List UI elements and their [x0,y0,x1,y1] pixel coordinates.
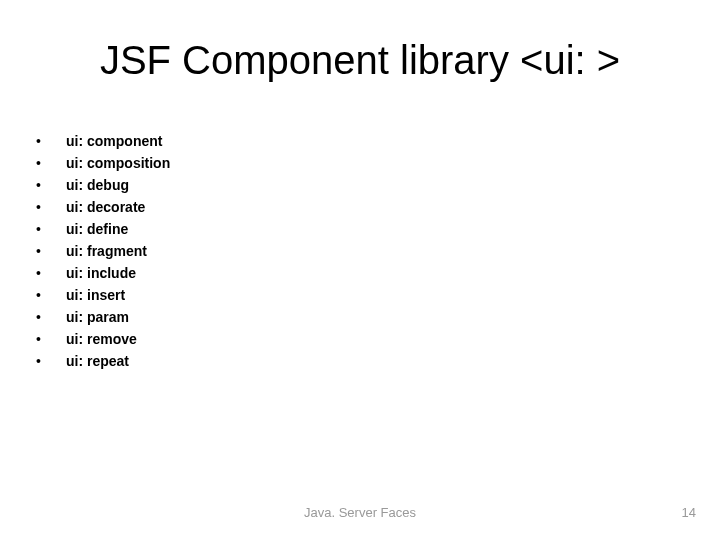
bullet-icon: • [36,262,66,284]
list-item-label: ui: insert [66,284,125,306]
bullet-icon: • [36,284,66,306]
list-item-label: ui: repeat [66,350,129,372]
list-item-label: ui: param [66,306,129,328]
slide: JSF Component library <ui: > • ui: compo… [0,0,720,540]
list-item: • ui: repeat [36,350,170,372]
list-item-label: ui: fragment [66,240,147,262]
list-item: • ui: define [36,218,170,240]
list-item: • ui: debug [36,174,170,196]
slide-title: JSF Component library <ui: > [0,38,720,83]
list-item: • ui: fragment [36,240,170,262]
list-item: • ui: composition [36,152,170,174]
list-item-label: ui: component [66,130,162,152]
list-item: • ui: decorate [36,196,170,218]
list-item-label: ui: remove [66,328,137,350]
footer-center: Java. Server Faces [0,505,720,520]
list-item: • ui: include [36,262,170,284]
bullet-icon: • [36,328,66,350]
bullet-icon: • [36,240,66,262]
list-item: • ui: insert [36,284,170,306]
list-item: • ui: param [36,306,170,328]
slide-body: • ui: component • ui: composition • ui: … [36,130,170,372]
list-item: • ui: remove [36,328,170,350]
bullet-icon: • [36,174,66,196]
list-item-label: ui: define [66,218,128,240]
list-item-label: ui: decorate [66,196,145,218]
list-item-label: ui: debug [66,174,129,196]
bullet-icon: • [36,306,66,328]
bullet-icon: • [36,196,66,218]
bullet-icon: • [36,152,66,174]
list-item-label: ui: composition [66,152,170,174]
list-item-label: ui: include [66,262,136,284]
bullet-icon: • [36,218,66,240]
bullet-icon: • [36,350,66,372]
bullet-icon: • [36,130,66,152]
list-item: • ui: component [36,130,170,152]
slide-number: 14 [682,505,696,520]
